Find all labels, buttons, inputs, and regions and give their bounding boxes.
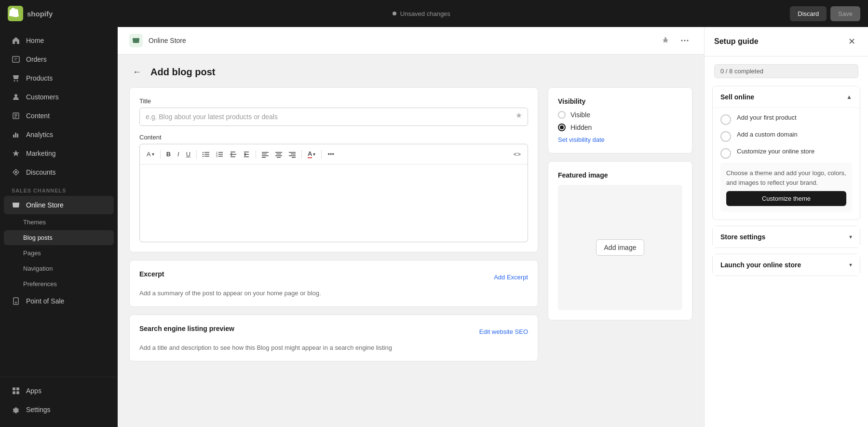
title-card: Title Content [129, 87, 538, 252]
sidebar-item-apps[interactable]: Apps [4, 382, 114, 400]
sidebar-item-content[interactable]: Content [4, 107, 114, 125]
editor-body[interactable] [140, 165, 528, 242]
svg-rect-21 [218, 152, 223, 153]
sidebar-item-orders[interactable]: Orders [4, 50, 114, 69]
svg-point-2 [14, 94, 17, 97]
sell-online-header[interactable]: Sell online ▲ [713, 86, 860, 108]
seo-text: Add a title and description to see how t… [139, 344, 528, 351]
store-icon [12, 201, 20, 209]
svg-point-12 [684, 40, 686, 41]
sidebar-item-products[interactable]: Products [4, 69, 114, 87]
sell-online-chevron: ▲ [846, 94, 852, 100]
visible-label: Visible [570, 111, 590, 119]
sidebar-sub-blog-posts[interactable]: Blog posts [4, 230, 114, 245]
indent-decrease-button[interactable] [227, 149, 239, 160]
align-left-button[interactable] [259, 149, 271, 160]
svg-point-6 [15, 302, 16, 303]
font-size-dropdown[interactable]: A ▾ [144, 149, 157, 160]
svg-rect-15 [204, 152, 209, 153]
customize-theme-button[interactable]: Customize theme [726, 191, 846, 206]
sidebar-item-pos[interactable]: Point of Sale [4, 292, 114, 310]
sidebar-item-online-store[interactable]: Online Store [4, 196, 114, 214]
sidebar-sub-preferences[interactable]: Preferences [4, 276, 114, 291]
svg-rect-17 [204, 154, 209, 155]
step-3-description: Choose a theme and add your logo, colors… [726, 168, 846, 187]
guide-step-first-product[interactable]: Add your first product [720, 114, 852, 125]
indent-increase-button[interactable] [240, 149, 253, 160]
sidebar-item-customers[interactable]: Customers [4, 88, 114, 106]
launch-store-header[interactable]: Launch your online store ▾ [713, 254, 860, 275]
sidebar-sub-navigation[interactable]: Navigation [4, 261, 114, 276]
text-color-button[interactable]: A ▾ [305, 148, 318, 160]
ordered-list-button[interactable]: 1.2.3. [213, 149, 226, 160]
sidebar-item-customers-label: Customers [26, 93, 59, 101]
sidebar-sub-pages[interactable]: Pages [4, 246, 114, 261]
store-settings-header[interactable]: Store settings ▾ [713, 226, 860, 248]
launch-store-title: Launch your online store [720, 261, 801, 269]
sidebar-item-discounts-label: Discounts [26, 168, 55, 176]
content-area: Online Store ← Add blog post [118, 27, 704, 427]
svg-rect-16 [203, 154, 203, 155]
sidebar-item-pos-label: Point of Sale [26, 297, 64, 305]
sidebar-item-home[interactable]: Home [4, 31, 114, 50]
ai-title-button[interactable] [510, 108, 528, 125]
guide-step-customize[interactable]: Customize your online store [720, 148, 852, 159]
sidebar-item-settings[interactable]: Settings [4, 400, 114, 419]
sidebar-item-discounts[interactable]: Discounts [4, 163, 114, 181]
code-view-button[interactable]: <> [511, 149, 524, 160]
back-button[interactable]: ← [129, 64, 145, 80]
visibility-visible[interactable]: Visible [558, 111, 682, 119]
step-3-expanded: Choose a theme and add your logo, colors… [720, 163, 852, 212]
seo-title: Search engine listing preview [139, 325, 234, 332]
visibility-hidden[interactable]: Hidden [558, 124, 682, 131]
discard-button[interactable]: Discard [790, 6, 827, 21]
marketing-icon [12, 149, 20, 158]
add-image-button[interactable]: Add image [596, 239, 645, 256]
svg-rect-10 [16, 391, 19, 394]
edit-seo-button[interactable]: Edit website SEO [479, 328, 528, 335]
sell-online-section: Sell online ▲ Add your first product Add… [712, 86, 860, 220]
sidebar-sub-pages-label: Pages [23, 249, 41, 257]
sidebar-sub-themes[interactable]: Themes [4, 215, 114, 230]
svg-rect-14 [203, 152, 203, 153]
svg-rect-8 [16, 387, 19, 390]
italic-button[interactable]: I [175, 149, 182, 160]
toolbar-sep-2 [196, 150, 197, 159]
pos-icon [12, 297, 20, 305]
sell-online-title: Sell online [720, 93, 754, 101]
svg-rect-26 [262, 152, 269, 153]
unordered-list-button[interactable] [200, 149, 212, 160]
sidebar-item-analytics[interactable]: Analytics [4, 125, 114, 144]
title-input[interactable] [140, 109, 510, 125]
visible-radio [558, 111, 566, 119]
align-center-button[interactable] [272, 149, 285, 160]
panel-title: Setup guide [714, 37, 759, 46]
underline-button[interactable]: U [183, 149, 193, 160]
bold-button[interactable]: B [163, 149, 174, 160]
sales-channels-label: Sales channels [4, 182, 114, 195]
title-field-row [139, 108, 528, 126]
more-toolbar-button[interactable]: ••• [325, 149, 337, 160]
align-right-button[interactable] [286, 149, 298, 160]
svg-rect-35 [291, 153, 296, 154]
add-excerpt-button[interactable]: Add Excerpt [494, 274, 528, 281]
svg-text:3.: 3. [216, 155, 218, 158]
svg-rect-37 [292, 157, 296, 158]
guide-step-customize-wrapper: Customize your online store Choose a the… [720, 148, 852, 212]
sidebar-item-orders-label: Orders [26, 55, 47, 63]
sidebar-sub-blog-posts-label: Blog posts [23, 234, 53, 241]
save-button[interactable]: Save [830, 6, 860, 21]
guide-step-custom-domain[interactable]: Add a custom domain [720, 131, 852, 142]
toolbar-sep-5 [321, 150, 322, 159]
step-1-label: Add your first product [737, 114, 797, 121]
content-icon [12, 111, 20, 120]
svg-rect-33 [277, 157, 281, 158]
set-visibility-date-button[interactable]: Set visibility date [558, 136, 605, 143]
store-settings-title: Store settings [720, 233, 765, 241]
sidebar-footer: Apps Settings [0, 377, 118, 427]
more-options-button[interactable] [677, 33, 692, 48]
sidebar-item-marketing[interactable]: Marketing [4, 144, 114, 163]
panel-close-button[interactable]: ✕ [845, 35, 858, 48]
customers-icon [12, 93, 20, 101]
pin-button[interactable] [658, 33, 673, 48]
